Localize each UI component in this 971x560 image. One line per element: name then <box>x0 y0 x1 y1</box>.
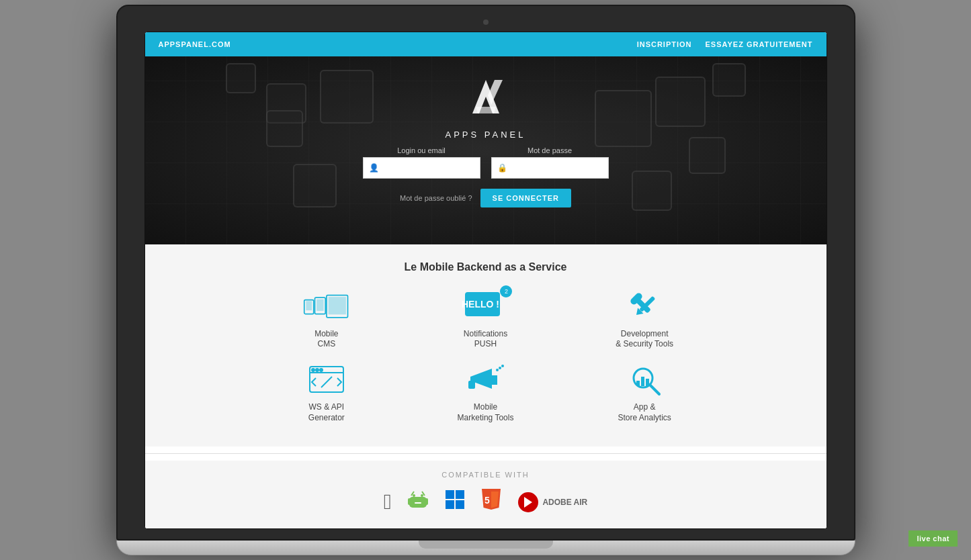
svg-point-18 <box>316 369 319 371</box>
inscription-link[interactable]: INSCRIPTION <box>637 40 692 48</box>
features-grid: MobileCMS HELLO ! 2 <box>251 290 721 423</box>
features-title: Le Mobile Backend as a Service <box>159 261 813 273</box>
svg-line-28 <box>650 385 659 394</box>
svg-rect-22 <box>492 375 497 385</box>
notifications-label: NotificationsPUSH <box>464 329 507 350</box>
svg-rect-29 <box>636 381 640 386</box>
form-row: Login ou email 👤 Mot de passe 🔒 <box>363 146 609 179</box>
mobile-cms-icon <box>303 290 350 324</box>
adobe-air-icon: ADOBE AIR <box>517 492 587 513</box>
login-label: Login ou email <box>363 146 480 154</box>
svg-rect-42 <box>446 500 454 509</box>
live-chat-button[interactable]: live chat <box>909 530 958 547</box>
nav-links: INSCRIPTION ESSAYEZ GRATUITEMENT <box>637 40 813 48</box>
lock-icon: 🔒 <box>492 163 513 173</box>
user-icon: 👤 <box>364 163 384 173</box>
svg-point-26 <box>501 365 504 367</box>
svg-point-32 <box>413 494 415 497</box>
svg-text:HELLO !: HELLO ! <box>462 299 499 310</box>
marketing-label: MobileMarketing Tools <box>458 402 514 423</box>
marketing-icon <box>462 363 509 397</box>
svg-text:5: 5 <box>484 495 490 506</box>
dev-security-icon <box>621 290 668 324</box>
password-label: Mot de passe <box>491 146 609 154</box>
svg-rect-8 <box>328 297 345 314</box>
svg-rect-30 <box>641 377 644 386</box>
svg-rect-23 <box>468 381 475 389</box>
svg-rect-6 <box>316 299 324 311</box>
svg-rect-40 <box>446 490 454 499</box>
html5-icon: 5 <box>482 489 501 515</box>
login-input[interactable] <box>384 158 485 178</box>
svg-point-25 <box>499 367 501 369</box>
svg-point-24 <box>496 369 499 371</box>
svg-rect-36 <box>425 498 428 505</box>
forgot-link[interactable]: Mot de passe oublié ? <box>400 194 472 202</box>
compatible-icons:  <box>159 489 813 515</box>
svg-rect-39 <box>415 502 421 504</box>
laptop-base <box>116 541 855 555</box>
svg-line-20 <box>321 377 332 387</box>
svg-rect-41 <box>456 490 464 499</box>
login-input-wrapper: 👤 <box>363 157 480 179</box>
top-nav: APPSPANEL.COM INSCRIPTION ESSAYEZ GRATUI… <box>145 32 827 56</box>
mobile-cms-label: MobileCMS <box>314 329 338 350</box>
feature-marketing: MobileMarketing Tools <box>409 363 562 423</box>
svg-point-17 <box>312 369 314 371</box>
login-button[interactable]: SE CONNECTER <box>480 189 571 207</box>
compatible-title: COMPATIBLE WITH <box>159 471 813 479</box>
password-input[interactable] <box>513 158 614 178</box>
apple-icon:  <box>384 489 392 514</box>
notification-badge: 2 <box>500 285 512 297</box>
login-form: Login ou email 👤 Mot de passe 🔒 <box>159 146 813 207</box>
svg-rect-35 <box>408 498 411 505</box>
android-icon <box>408 489 428 515</box>
laptop-screen: APPSPANEL.COM INSCRIPTION ESSAYEZ GRATUI… <box>144 32 827 529</box>
feature-notifications: HELLO ! 2 NotificationsPUSH <box>409 290 562 350</box>
svg-marker-2 <box>488 80 503 105</box>
login-group: Login ou email 👤 <box>363 146 480 179</box>
analytics-label: App &Store Analytics <box>618 402 671 423</box>
feature-mobile-cms: MobileCMS <box>251 290 403 350</box>
try-free-link[interactable]: ESSAYEZ GRATUITEMENT <box>706 40 813 48</box>
form-actions: Mot de passe oublié ? SE CONNECTER <box>400 189 571 207</box>
svg-point-19 <box>320 369 323 371</box>
hero-section: APPS PANEL Login ou email 👤 Mo <box>145 56 827 244</box>
svg-rect-31 <box>646 379 649 386</box>
logo-container: APPS PANEL <box>159 77 813 140</box>
password-input-wrapper: 🔒 <box>491 157 609 179</box>
ws-api-label: WS & APIGenerator <box>308 402 345 423</box>
feature-analytics: App &Store Analytics <box>568 363 721 423</box>
dev-security-label: Development& Security Tools <box>616 329 673 350</box>
notifications-icon: HELLO ! 2 <box>462 290 509 324</box>
laptop-shell: APPSPANEL.COM INSCRIPTION ESSAYEZ GRATUI… <box>116 5 855 555</box>
laptop-base-notch <box>419 541 553 549</box>
logo-text: APPS PANEL <box>159 130 813 140</box>
feature-ws-api: WS & APIGenerator <box>251 363 403 423</box>
brand-label: APPSPANEL.COM <box>159 40 231 48</box>
svg-rect-43 <box>456 500 464 509</box>
divider <box>145 453 827 454</box>
camera <box>483 19 489 25</box>
ws-api-icon <box>303 363 350 397</box>
analytics-icon <box>621 363 668 397</box>
compatible-section: COMPATIBLE WITH  <box>145 461 827 528</box>
windows-icon <box>445 489 465 514</box>
svg-rect-4 <box>306 301 312 310</box>
svg-marker-1 <box>476 107 496 113</box>
svg-point-33 <box>421 494 423 497</box>
password-group: Mot de passe 🔒 <box>491 146 609 179</box>
screen-bezel: APPSPANEL.COM INSCRIPTION ESSAYEZ GRATUI… <box>116 5 855 541</box>
logo-icon <box>456 77 516 124</box>
features-section: Le Mobile Backend as a Service <box>145 244 827 447</box>
feature-dev-security: Development& Security Tools <box>568 290 721 350</box>
